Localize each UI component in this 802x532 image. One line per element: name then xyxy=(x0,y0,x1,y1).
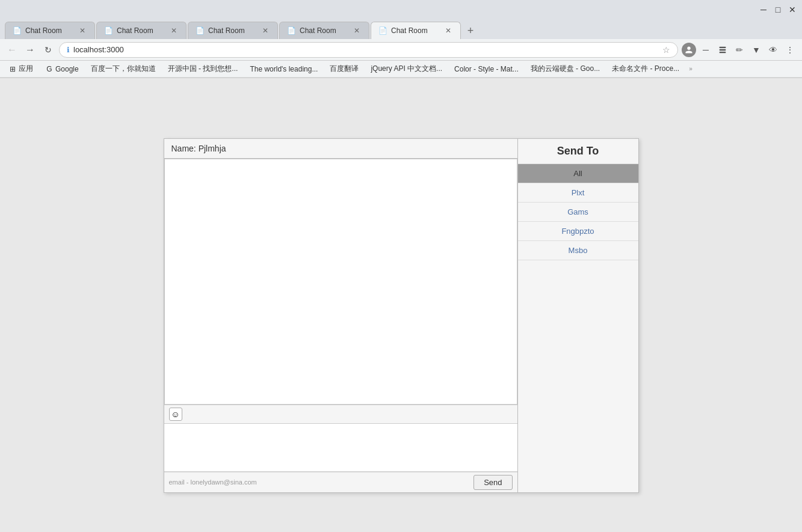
minimize-toolbar-button[interactable]: ─ xyxy=(699,43,713,57)
bookmark-apps[interactable]: ⊞ 应用 xyxy=(5,63,37,75)
pen-icon[interactable]: ✏ xyxy=(732,43,747,57)
google-icon: G xyxy=(45,65,54,73)
chat-messages-area[interactable] xyxy=(164,159,517,405)
bookmark-color-label: Color - Style - Mat... xyxy=(454,65,519,73)
bookmark-github[interactable]: The world's leading... xyxy=(246,64,321,75)
eye-icon[interactable]: 👁 xyxy=(766,43,780,57)
down-arrow-icon[interactable]: ▼ xyxy=(749,43,763,57)
tab-title-3: Chat Room xyxy=(208,26,257,35)
tab-title-4: Chat Room xyxy=(300,26,348,35)
recipient-all[interactable]: All xyxy=(518,164,638,183)
bookmark-github-label: The world's leading... xyxy=(250,65,318,73)
page-content: Name: Pjlmhja ☺ email - lonelydawn@sina.… xyxy=(0,78,802,532)
reload-button[interactable]: ↻ xyxy=(41,43,55,57)
emoji-icon: ☺ xyxy=(171,409,179,419)
back-button[interactable]: ← xyxy=(5,43,19,57)
tab-bar: 📄 Chat Room ✕ 📄 Chat Room ✕ 📄 Chat Room … xyxy=(0,19,802,39)
name-value: Pjlmhja xyxy=(199,144,226,153)
bookmark-baidufan-label: 百度翻译 xyxy=(330,64,359,74)
tab-2[interactable]: 📄 Chat Room ✕ xyxy=(96,22,187,39)
svg-rect-1 xyxy=(720,49,726,50)
bookmarks-bar: ⊞ 应用 G Google 百度一下，你就知道 开源中国 - 找到您想... T… xyxy=(0,61,802,78)
bookmark-drive[interactable]: 我的云端硬盘 - Goo... xyxy=(527,63,603,75)
tab-4[interactable]: 📄 Chat Room ✕ xyxy=(279,22,369,39)
profile-icon[interactable] xyxy=(682,43,696,57)
bookmark-google-label: Google xyxy=(55,65,79,73)
tab-title-2: Chat Room xyxy=(117,26,165,35)
recipient-msbo[interactable]: Msbo xyxy=(518,241,638,260)
message-footer: email - lonelydawn@sina.com Send xyxy=(164,472,517,492)
bookmark-oschina[interactable]: 开源中国 - 找到您想... xyxy=(164,63,242,75)
tab-icon-2: 📄 xyxy=(104,26,113,35)
name-header: Name: Pjlmhja xyxy=(164,139,517,159)
lock-icon: ℹ xyxy=(67,46,70,54)
tab-close-5[interactable]: ✕ xyxy=(443,26,453,35)
tab-close-2[interactable]: ✕ xyxy=(169,26,179,35)
chat-container: Name: Pjlmhja ☺ email - lonelydawn@sina.… xyxy=(164,138,639,493)
tab-title-1: Chat Room xyxy=(25,26,74,35)
bookmark-baidufan[interactable]: 百度翻译 xyxy=(326,63,362,75)
message-input-area: email - lonelydawn@sina.com Send xyxy=(164,424,517,492)
url-text: localhost:3000 xyxy=(73,45,659,54)
svg-rect-2 xyxy=(720,51,726,52)
bookmark-apps-label: 应用 xyxy=(19,64,33,74)
new-tab-button[interactable]: + xyxy=(462,22,479,39)
recipient-plxt[interactable]: Plxt xyxy=(518,183,638,203)
bookmark-baidu[interactable]: 百度一下，你就知道 xyxy=(87,63,159,75)
apps-icon: ⊞ xyxy=(8,65,17,73)
maximize-button[interactable]: □ xyxy=(773,5,783,14)
bookmark-jquery[interactable]: jQuery API 中文文档... xyxy=(367,63,446,75)
bookmarks-more-icon[interactable]: » xyxy=(689,66,692,72)
bookmark-star-icon[interactable]: ☆ xyxy=(662,45,670,55)
bookmark-doc[interactable]: 未命名文件 - Proce... xyxy=(608,63,683,75)
tab-5[interactable]: 📄 Chat Room ✕ xyxy=(371,22,461,39)
emoji-bar: ☺ xyxy=(164,405,517,424)
recipient-gams[interactable]: Gams xyxy=(518,203,638,222)
url-bar[interactable]: ℹ localhost:3000 ☆ xyxy=(59,42,678,58)
chat-left-panel: Name: Pjlmhja ☺ email - lonelydawn@sina.… xyxy=(164,139,518,492)
send-to-header: Send To xyxy=(518,139,638,164)
recipient-list: All Plxt Gams Fngbpzto Msbo xyxy=(518,164,638,260)
svg-rect-0 xyxy=(720,46,726,47)
tab-icon-4: 📄 xyxy=(287,26,296,35)
emoji-button[interactable]: ☺ xyxy=(169,408,182,421)
message-input[interactable] xyxy=(164,424,517,472)
tab-icon-3: 📄 xyxy=(196,26,205,35)
bookmark-google[interactable]: G Google xyxy=(42,64,82,75)
title-bar: ─ □ ✕ xyxy=(0,0,802,19)
tab-title-5: Chat Room xyxy=(391,26,440,35)
bookmark-drive-label: 我的云端硬盘 - Goo... xyxy=(531,64,600,74)
extensions-icon[interactable] xyxy=(715,43,730,57)
bookmark-doc-label: 未命名文件 - Proce... xyxy=(612,64,679,74)
tab-close-1[interactable]: ✕ xyxy=(78,26,87,35)
menu-icon[interactable]: ⋮ xyxy=(783,43,797,57)
bookmark-color[interactable]: Color - Style - Mat... xyxy=(451,64,522,75)
chat-right-panel: Send To All Plxt Gams Fngbpzto Msbo xyxy=(518,139,638,492)
bookmark-baidu-label: 百度一下，你就知道 xyxy=(91,64,156,74)
recipient-fngbpzto[interactable]: Fngbpzto xyxy=(518,222,638,241)
tab-icon-5: 📄 xyxy=(378,26,387,35)
minimize-button[interactable]: ─ xyxy=(759,5,768,14)
bookmark-oschina-label: 开源中国 - 找到您想... xyxy=(168,64,238,74)
forward-button[interactable]: → xyxy=(23,43,37,57)
tab-close-4[interactable]: ✕ xyxy=(352,26,362,35)
close-button[interactable]: ✕ xyxy=(788,5,797,14)
footer-email: email - lonelydawn@sina.com xyxy=(169,478,257,486)
send-button[interactable]: Send xyxy=(473,475,512,490)
address-bar: ← → ↻ ℹ localhost:3000 ☆ ─ ✏ ▼ 👁 ⋮ xyxy=(0,39,802,61)
tab-3[interactable]: 📄 Chat Room ✕ xyxy=(188,22,278,39)
tab-close-3[interactable]: ✕ xyxy=(261,26,270,35)
name-label: Name: xyxy=(171,144,196,153)
tab-icon-1: 📄 xyxy=(13,26,22,35)
tab-1[interactable]: 📄 Chat Room ✕ xyxy=(5,22,95,39)
bookmark-jquery-label: jQuery API 中文文档... xyxy=(371,64,442,74)
